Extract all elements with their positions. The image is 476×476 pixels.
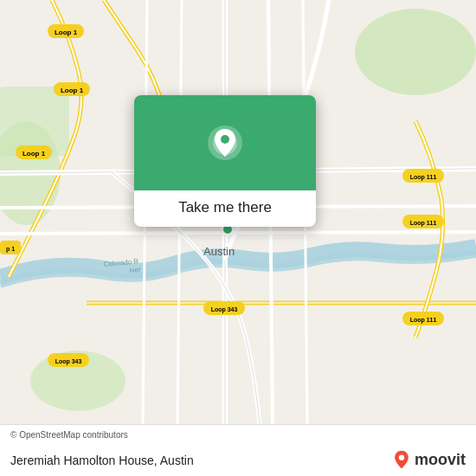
- svg-text:Austin: Austin: [203, 245, 235, 258]
- svg-text:Loop 1: Loop 1: [23, 150, 46, 158]
- svg-text:p 1: p 1: [6, 246, 15, 253]
- map-pin-icon: [206, 124, 244, 162]
- location-label: Jeremiah Hamolton House, Austin: [10, 453, 194, 467]
- take-me-there-button[interactable]: Take me there: [178, 199, 272, 216]
- svg-point-42: [399, 455, 404, 460]
- svg-point-41: [221, 135, 229, 144]
- popup-header: [134, 95, 316, 190]
- moovit-logo: moovit: [392, 450, 466, 469]
- svg-text:Loop 1: Loop 1: [55, 29, 78, 36]
- location-popup: Take me there: [134, 95, 316, 227]
- svg-text:Loop 111: Loop 111: [410, 317, 437, 324]
- svg-text:iver: iver: [129, 266, 141, 274]
- svg-text:Loop 111: Loop 111: [410, 220, 437, 227]
- bottom-bar: © OpenStreetMap contributors Jeremiah Ha…: [0, 424, 476, 476]
- svg-text:Loop 343: Loop 343: [211, 306, 238, 313]
- svg-line-14: [0, 232, 476, 234]
- popup-button-area: Take me there: [134, 190, 316, 227]
- svg-text:Loop 1: Loop 1: [61, 87, 84, 94]
- svg-text:Loop 343: Loop 343: [55, 358, 82, 365]
- svg-point-1: [355, 9, 476, 95]
- moovit-pin-icon: [392, 450, 411, 469]
- svg-text:Loop 111: Loop 111: [410, 174, 437, 181]
- moovit-brand-text: moovit: [415, 451, 466, 469]
- copyright-text: © OpenStreetMap contributors: [10, 430, 128, 440]
